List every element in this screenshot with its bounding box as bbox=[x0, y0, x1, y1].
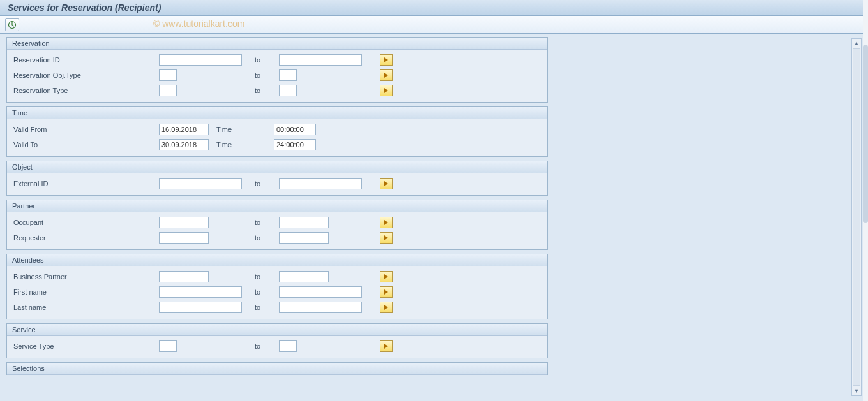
label-reservation-type: Reservation Type bbox=[11, 87, 159, 94]
to-label: to bbox=[252, 56, 279, 64]
service-type-to-input[interactable] bbox=[279, 340, 297, 352]
toolbar: © www.tutorialkart.com bbox=[0, 16, 868, 34]
arrow-right-icon bbox=[383, 273, 389, 280]
to-label: to bbox=[252, 303, 279, 311]
group-partner: Partner Occupant to Requester to bbox=[6, 200, 548, 250]
external-id-from-input[interactable] bbox=[159, 178, 242, 189]
content-area: Reservation Reservation ID to Reservatio… bbox=[6, 37, 849, 401]
label-first-name: First name bbox=[11, 288, 159, 296]
label-valid-to: Valid To bbox=[11, 141, 159, 149]
arrow-right-icon bbox=[383, 72, 389, 78]
group-header-reservation: Reservation bbox=[7, 38, 547, 50]
to-label: to bbox=[252, 71, 279, 79]
reservation-type-multiselect-button[interactable] bbox=[380, 85, 393, 96]
valid-to-date-input[interactable] bbox=[159, 139, 209, 150]
service-type-from-input[interactable] bbox=[159, 340, 177, 352]
to-label: to bbox=[252, 273, 279, 281]
row-valid-to: Valid To Time bbox=[11, 137, 543, 152]
to-label: to bbox=[252, 342, 279, 350]
group-service: Service Service Type to bbox=[6, 323, 548, 358]
label-reservation-id: Reservation ID bbox=[11, 56, 159, 64]
row-business-partner: Business Partner to bbox=[11, 269, 543, 284]
scroll-down-button[interactable]: ▼ bbox=[852, 386, 861, 395]
valid-from-date-input[interactable] bbox=[159, 124, 209, 135]
arrow-right-icon bbox=[383, 289, 389, 295]
to-label: to bbox=[252, 288, 279, 296]
requester-from-input[interactable] bbox=[159, 232, 209, 244]
arrow-right-icon bbox=[383, 180, 389, 187]
to-label: to bbox=[252, 234, 279, 242]
row-first-name: First name to bbox=[11, 284, 543, 300]
execute-icon bbox=[8, 20, 17, 29]
scroll-up-button[interactable]: ▲ bbox=[852, 39, 861, 48]
group-selections: Selections bbox=[6, 362, 548, 375]
valid-from-time-input[interactable] bbox=[274, 124, 316, 135]
reservation-id-multiselect-button[interactable] bbox=[380, 54, 393, 66]
vertical-scrollbar[interactable]: ▲ ▼ bbox=[851, 38, 862, 396]
external-id-to-input[interactable] bbox=[279, 178, 362, 189]
outer-scroll-thumb[interactable] bbox=[863, 45, 868, 223]
group-attendees: Attendees Business Partner to First name… bbox=[6, 254, 548, 319]
group-header-time: Time bbox=[7, 107, 547, 119]
valid-to-time-input[interactable] bbox=[274, 139, 316, 150]
requester-to-input[interactable] bbox=[279, 232, 329, 244]
to-label: to bbox=[252, 87, 279, 94]
requester-multiselect-button[interactable] bbox=[380, 232, 393, 244]
group-header-attendees: Attendees bbox=[7, 254, 547, 266]
label-business-partner: Business Partner bbox=[11, 273, 159, 281]
row-service-type: Service Type to bbox=[11, 339, 543, 354]
reservation-id-to-input[interactable] bbox=[279, 54, 362, 66]
first-name-from-input[interactable] bbox=[159, 286, 242, 298]
service-type-multiselect-button[interactable] bbox=[380, 340, 393, 352]
arrow-right-icon bbox=[383, 219, 389, 226]
reservation-id-from-input[interactable] bbox=[159, 54, 242, 66]
to-label: to bbox=[252, 180, 279, 187]
business-partner-multiselect-button[interactable] bbox=[380, 271, 393, 282]
row-last-name: Last name to bbox=[11, 300, 543, 315]
external-id-multiselect-button[interactable] bbox=[380, 178, 393, 189]
label-reservation-obj-type: Reservation Obj.Type bbox=[11, 71, 159, 79]
label-time: Time bbox=[216, 141, 274, 149]
row-reservation-type: Reservation Type to bbox=[11, 83, 543, 98]
label-external-id: External ID bbox=[11, 180, 159, 187]
group-header-selections: Selections bbox=[7, 363, 547, 375]
last-name-multiselect-button[interactable] bbox=[380, 302, 393, 313]
arrow-right-icon bbox=[383, 87, 389, 94]
row-external-id: External ID to bbox=[11, 176, 543, 191]
execute-button[interactable] bbox=[5, 18, 19, 31]
occupant-multiselect-button[interactable] bbox=[380, 217, 393, 228]
business-partner-from-input[interactable] bbox=[159, 271, 209, 282]
reservation-type-from-input[interactable] bbox=[159, 85, 177, 96]
page-title: Services for Reservation (Recipient) bbox=[8, 3, 161, 13]
watermark: © www.tutorialkart.com bbox=[153, 18, 244, 29]
occupant-to-input[interactable] bbox=[279, 217, 329, 228]
outer-scrollbar[interactable] bbox=[863, 0, 868, 401]
to-label: to bbox=[252, 219, 279, 226]
row-valid-from: Valid From Time bbox=[11, 122, 543, 137]
arrow-right-icon bbox=[383, 235, 389, 241]
scroll-thumb[interactable] bbox=[853, 48, 860, 386]
row-occupant: Occupant to bbox=[11, 215, 543, 230]
label-occupant: Occupant bbox=[11, 219, 159, 226]
last-name-to-input[interactable] bbox=[279, 302, 362, 313]
row-reservation-obj-type: Reservation Obj.Type to bbox=[11, 68, 543, 83]
group-header-object: Object bbox=[7, 161, 547, 173]
group-reservation: Reservation Reservation ID to Reservatio… bbox=[6, 37, 548, 103]
group-header-service: Service bbox=[7, 324, 547, 336]
row-requester: Requester to bbox=[11, 230, 543, 245]
group-object: Object External ID to bbox=[6, 161, 548, 196]
label-time: Time bbox=[216, 126, 274, 133]
reservation-obj-type-multiselect-button[interactable] bbox=[380, 69, 393, 81]
first-name-multiselect-button[interactable] bbox=[380, 286, 393, 298]
reservation-type-to-input[interactable] bbox=[279, 85, 297, 96]
business-partner-to-input[interactable] bbox=[279, 271, 329, 282]
label-last-name: Last name bbox=[11, 303, 159, 311]
reservation-obj-type-from-input[interactable] bbox=[159, 69, 177, 81]
reservation-obj-type-to-input[interactable] bbox=[279, 69, 297, 81]
occupant-from-input[interactable] bbox=[159, 217, 209, 228]
arrow-right-icon bbox=[383, 343, 389, 349]
last-name-from-input[interactable] bbox=[159, 302, 242, 313]
group-header-partner: Partner bbox=[7, 200, 547, 212]
first-name-to-input[interactable] bbox=[279, 286, 362, 298]
label-requester: Requester bbox=[11, 234, 159, 242]
